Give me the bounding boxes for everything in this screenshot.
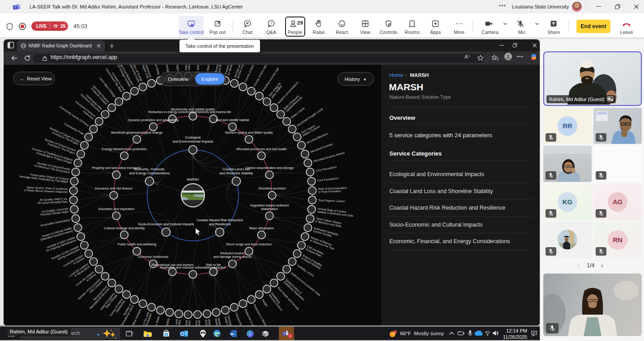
svg-text:Carbon sequestration and stora: Carbon sequestration and storage [245,166,294,170]
svg-text:T: T [283,332,285,335]
svg-text:Wave attenuation: Wave attenuation [249,226,274,230]
svg-text:Property and land value increa: Property and land value increases [92,166,141,170]
svg-text:Beneficial geomorphological ch: Beneficial geomorphological change [111,131,162,135]
svg-text:W: W [230,332,234,336]
svg-text:Public health and wellbeing: Public health and wellbeing [117,242,156,246]
svg-text:Cultural heritage and identity: Cultural heritage and identity [104,226,145,230]
svg-text:C: C [249,332,252,337]
svg-text:Explore: Explore [201,76,218,82]
svg-text:←: ← [20,76,25,81]
svg-text:MARSH: MARSH [187,177,199,181]
svg-text:History: History [345,76,360,82]
svg-text:T: T [14,5,16,9]
svg-text:Dynamic protection and adaptab: Dynamic protection and adaptability [128,118,179,122]
svg-text:Socio-Economic and Cultural Im: Socio-Economic and Cultural Impacts [138,222,194,226]
svg-text:Bird and wildlife habitat: Bird and wildlife habitat [216,118,249,122]
svg-text:Economic livelihoods: Economic livelihoods [138,255,169,259]
svg-text:Shoreline accretion: Shoreline accretion [258,186,286,190]
svg-text:▼: ▼ [363,77,367,82]
svg-text:Storm surge and flood reductio: Storm surge and flood reduction [226,242,272,246]
svg-text:?: ? [270,21,272,25]
svg-text:Coastal Land Lossand Shoreline: Coastal Land Lossand Shoreline Stability [220,167,253,175]
svg-text:Recreational use and tourism: Recreational use and tourism [151,263,193,267]
svg-text:Nutrient cycling and Water qua: Nutrient cycling and Water quality [225,131,273,135]
svg-text:Fisheries and marine life: Fisheries and marine life [196,110,231,114]
svg-text:Microbial processes and soil h: Microbial processes and soil health [236,147,286,151]
svg-text:Education and inspiration: Education and inspiration [98,207,135,211]
svg-text:Number of StructuresProtected: Number of StructuresProtected [195,320,202,325]
svg-text:Energy infrastructure protecti: Energy infrastructure protection [102,147,147,151]
svg-text:Overview: Overview [168,76,188,82]
svg-text:Reduction in FloodInsurance Cl: Reduction in FloodInsurance Claims [184,320,191,325]
svg-text:Insurance and risk finance: Insurance and risk finance [95,186,132,190]
svg-text:1: 1 [394,331,396,333]
svg-text:Economic, Financial,and Energy: Economic, Financial,and Energy Considera… [129,167,170,175]
svg-text:Reset View: Reset View [27,76,51,81]
svg-text:Reduction in energy consumptio: Reduction in energy consumption [149,110,196,114]
